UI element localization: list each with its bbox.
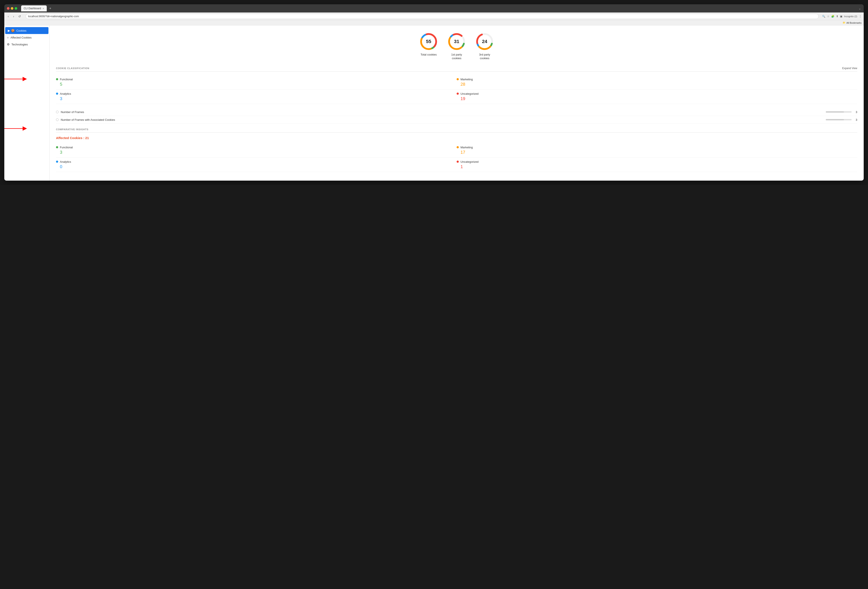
sidebar-item-affected-cookies[interactable]: ○ Affected Cookies (4, 34, 49, 41)
close-button[interactable] (7, 7, 9, 10)
nav-right-icons: 🔍 ☆ 🧩 ⬆ ▣ Incognito (2) ⋮ (822, 15, 862, 18)
marketing-header: Marketing (457, 78, 857, 81)
frames-dot-icon (56, 110, 59, 113)
sidebar-affected-cookies-label: Affected Cookies (10, 36, 31, 39)
classification-title: COOKIE CLASSIFICATION (56, 67, 89, 69)
frames-bar-fill (826, 111, 844, 113)
uncategorized-count: 19 (457, 96, 857, 101)
classification-uncategorized[interactable]: Uncategorized 19 (457, 90, 857, 104)
active-tab[interactable]: CLI Dashboard ✕ (21, 5, 47, 12)
uncategorized-dot (457, 93, 459, 95)
bookmarks-bar: 📁 All Bookmarks (4, 20, 864, 25)
analytics-count: 3 (56, 96, 457, 101)
comparative-section: COMPARATIVE INSIGHTS Affected Cookies : … (56, 128, 857, 172)
comp-analytics-header: Analytics (56, 160, 457, 163)
back-button[interactable]: ‹ (6, 14, 10, 19)
classification-functional[interactable]: Functional 5 (56, 75, 457, 90)
reader-view-icon[interactable]: ▣ (840, 15, 842, 18)
extensions-icon[interactable]: 🧩 (831, 15, 834, 18)
tab-bar: CLI Dashboard ✕ + (21, 5, 857, 12)
fullscreen-button[interactable] (15, 7, 17, 10)
comp-uncategorized-count: 1 (457, 164, 857, 169)
comp-uncategorized-dot (457, 161, 459, 163)
comp-analytics-dot (56, 161, 58, 163)
arrow-annotation-1 (24, 4, 41, 5)
comp-marketing-name: Marketing (461, 146, 473, 149)
sidebar-item-cookies[interactable]: ▶ 🍪 Cookies (5, 27, 49, 34)
uncategorized-header: Uncategorized (457, 92, 857, 96)
comp-functional-count: 3 (56, 150, 457, 155)
minimize-button[interactable] (11, 7, 13, 10)
analytics-dot (56, 93, 58, 95)
comp-uncategorized[interactable]: Uncategorized 1 (457, 158, 857, 172)
tab-label: CLI Dashboard (24, 7, 41, 10)
comparative-grid: Functional 3 Marketing 17 (56, 143, 857, 172)
analytics-header: Analytics (56, 92, 457, 96)
sidebar-cookies-label: Cookies (16, 29, 27, 32)
title-bar: CLI Dashboard ✕ + ⌄ (4, 4, 864, 12)
menu-icon[interactable]: ⋮ (859, 15, 862, 18)
bookmark-star-icon[interactable]: ☆ (827, 15, 830, 18)
forward-button[interactable]: › (12, 14, 16, 19)
charts-row: 55 Total cookies (56, 32, 857, 60)
window-controls-icon: ⌄ (859, 7, 861, 10)
sidebar-item-technologies[interactable]: ⚙ Technologies (4, 41, 49, 48)
first-party-chart: 31 1st partycookies (447, 32, 466, 60)
classification-analytics[interactable]: Analytics 3 (56, 90, 457, 104)
incognito-label: Incognito (2) (844, 15, 857, 18)
number-of-frames-row: Number of Frames 3 (56, 108, 857, 116)
comp-marketing-dot (457, 146, 459, 148)
comp-functional-name: Functional (60, 146, 73, 149)
uncategorized-label: Uncategorized (461, 92, 478, 96)
comp-uncategorized-name: Uncategorized (461, 160, 478, 163)
comp-analytics-count: 0 (56, 164, 457, 169)
total-cookies-value: 55 (426, 39, 431, 44)
frames-with-cookies-count: 3 (854, 118, 857, 121)
address-bar[interactable]: localhost:9000/?dir=nationalgeographic-c… (26, 14, 819, 19)
classification-grid: Functional 5 Marketing 28 Analyt (56, 75, 857, 104)
number-of-frames-label: Number of Frames (61, 110, 824, 114)
comp-analytics[interactable]: Analytics 0 (56, 158, 457, 172)
marketing-label: Marketing (461, 78, 473, 81)
classification-section-header: COOKIE CLASSIFICATION Expand View (56, 67, 857, 72)
comp-functional[interactable]: Functional 3 (56, 143, 457, 158)
bookmarks-folder-icon: 📁 (843, 21, 846, 24)
new-tab-button[interactable]: + (47, 6, 53, 10)
url-text: localhost:9000/?dir=nationalgeographic-c… (28, 15, 79, 18)
functional-dot (56, 78, 58, 80)
cookies-icon: ▶ 🍪 (8, 29, 15, 32)
arrow-annotation-3 (4, 125, 28, 132)
functional-count: 5 (56, 82, 457, 87)
third-party-chart: 24 3rd partycookies (475, 32, 494, 60)
frames-with-cookies-row: Number of Frames with Associated Cookies… (56, 116, 857, 124)
comp-marketing-count: 17 (457, 150, 857, 155)
functional-label: Functional (60, 78, 73, 81)
comparative-title: COMPARATIVE INSIGHTS (56, 128, 89, 131)
comp-functional-dot (56, 146, 58, 148)
app-container: ▶ 🍪 Cookies ○ Affected Cookies ⚙ Technol… (4, 25, 864, 181)
expand-view-button[interactable]: Expand View (842, 67, 857, 70)
classification-marketing[interactable]: Marketing 28 (457, 75, 857, 90)
tab-close-icon[interactable]: ✕ (43, 7, 44, 10)
third-party-value: 24 (482, 39, 487, 44)
third-party-label: 3rd partycookies (479, 53, 490, 60)
analytics-label: Analytics (60, 92, 71, 96)
number-of-frames-count: 3 (854, 110, 857, 114)
frames-bar (826, 111, 852, 113)
frames-associated-bar (826, 119, 852, 120)
comp-marketing[interactable]: Marketing 17 (457, 143, 857, 158)
third-party-donut: 24 (475, 32, 494, 51)
marketing-dot (457, 78, 459, 80)
bookmarks-label: All Bookmarks (846, 22, 862, 24)
frames-with-cookies-label: Number of Frames with Associated Cookies (61, 118, 824, 121)
arrow-annotation-2 (4, 76, 28, 82)
nav-bar: ‹ › ↺ localhost:9000/?dir=nationalgeogra… (4, 12, 864, 20)
comp-functional-header: Functional (56, 146, 457, 149)
refresh-button[interactable]: ↺ (17, 14, 22, 19)
technologies-icon: ⚙ (7, 43, 10, 46)
sidebar-technologies-label: Technologies (12, 43, 28, 46)
marketing-count: 28 (457, 82, 857, 87)
first-party-label: 1st partycookies (451, 53, 462, 60)
total-cookies-chart: 55 Total cookies (419, 32, 438, 60)
share-icon[interactable]: ⬆ (836, 15, 838, 18)
